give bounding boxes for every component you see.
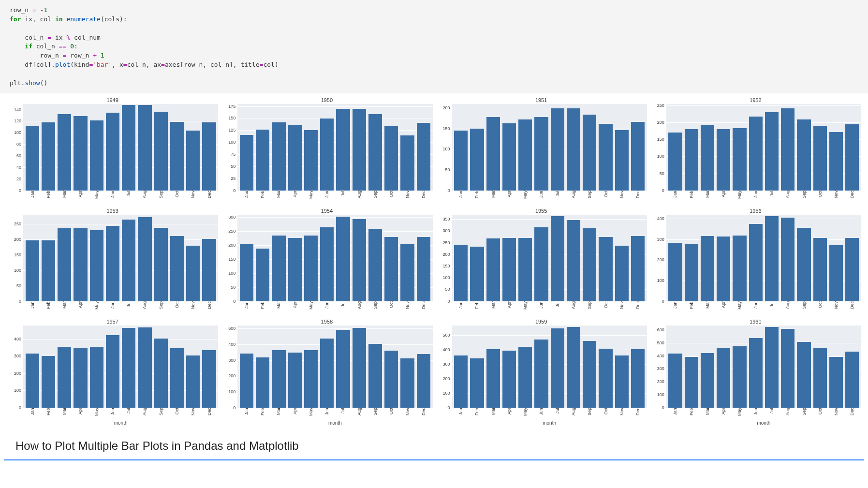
code-token: = (47, 34, 51, 41)
y-tick-label: 200 (657, 257, 664, 262)
y-axis: 0100200300400500 (436, 325, 452, 408)
plot-background (23, 325, 218, 408)
bar-Apr (288, 353, 302, 408)
bars (23, 325, 218, 408)
y-tick-label: 500 (442, 333, 450, 338)
x-tick-label: Mar (276, 301, 281, 312)
y-tick-label: 100 (442, 147, 450, 151)
x-tick-label: Dec (850, 301, 854, 312)
y-tick-label: 200 (442, 105, 450, 110)
x-tick-label: Jul (555, 301, 560, 312)
plot-box (452, 325, 647, 408)
bar-Jul (336, 109, 350, 191)
bar-Apr (288, 125, 302, 190)
x-tick-label: Jan (30, 191, 35, 201)
x-tick-label: Mar (705, 408, 710, 418)
bar-Dec (845, 352, 859, 408)
y-tick-label: 0 (662, 188, 664, 193)
x-axis: JanFebMarAprMayJunJulAugSepOctNovDec (666, 191, 861, 205)
y-tick-label: 0 (447, 299, 450, 304)
x-tick-label: Nov (619, 408, 624, 418)
x-tick-label: Aug (785, 408, 790, 418)
gridline (23, 408, 218, 408)
gridline (237, 408, 432, 408)
bar-Dec (845, 124, 859, 190)
bars (666, 325, 861, 408)
x-tick-label: Feb (260, 191, 265, 201)
bar-Dec (202, 350, 216, 408)
chart-1958: 19580100200300400500JanFebMarAprMayJunJu… (221, 318, 432, 427)
x-tick-label: Dec (207, 408, 212, 418)
y-tick-label: 100 (657, 278, 664, 283)
x-tick-label: Dec (635, 408, 640, 418)
bar-Jul (122, 105, 135, 191)
x-tick-label: Apr (721, 301, 726, 312)
x-tick-label: Feb (689, 191, 694, 201)
x-tick-label: Apr (78, 191, 83, 201)
y-tick-label: 175 (228, 104, 235, 109)
code-token (97, 52, 101, 59)
chart-title: 1955 (436, 207, 647, 215)
chart-1957: 19570100200300400JanFebMarAprMayJunJulAu… (7, 318, 218, 427)
bar-Aug (353, 109, 366, 191)
x-axis-title: month (452, 420, 647, 427)
code-token (36, 6, 40, 14)
y-tick-label: 100 (228, 140, 235, 145)
x-tick-label: Oct (603, 301, 608, 312)
y-tick-label: 500 (657, 340, 664, 345)
x-tick-label: Feb (46, 191, 51, 201)
y-tick-label: 300 (228, 358, 235, 363)
x-tick-label: Aug (142, 408, 147, 418)
x-tick-label: May (94, 408, 99, 418)
x-tick-label: Jul (555, 191, 560, 201)
x-tick-label: Jan (244, 191, 249, 201)
bar-Mar (701, 125, 714, 190)
plot-box (23, 215, 218, 301)
plot-background (452, 104, 647, 191)
x-tick-label: Jul (126, 191, 131, 201)
x-tick-label: Oct (603, 408, 608, 418)
y-tick-label: 200 (442, 376, 450, 381)
y-tick-label: 250 (228, 229, 235, 234)
x-tick-label: Aug (142, 191, 147, 201)
bar-Nov (615, 130, 629, 190)
bar-Apr (717, 348, 730, 407)
x-tick-label: Jun (324, 408, 329, 418)
x-axis-title: month (666, 420, 861, 427)
x-tick-label: Sep (802, 301, 807, 312)
x-tick-label: Jan (458, 301, 463, 312)
code-token: 1 (44, 6, 47, 14)
x-tick-label: Dec (421, 301, 426, 312)
bar-Dec (417, 237, 430, 301)
y-axis: 050100150200250 (7, 215, 23, 301)
x-tick-label: Sep (159, 191, 163, 201)
x-tick-label: May (309, 408, 313, 418)
bar-Nov (615, 246, 629, 301)
code-token: row_n (66, 52, 93, 59)
code-token: col) (263, 61, 278, 68)
chart-body: 0255075100125150175 (221, 104, 432, 191)
y-tick-label: 200 (442, 252, 450, 257)
x-tick-label: Nov (191, 408, 195, 418)
bar-Aug (353, 219, 366, 301)
chart-body: 020406080100120140 (7, 104, 218, 191)
bar-Feb (470, 247, 484, 301)
plot-background (23, 215, 218, 301)
y-axis: 020406080100120140 (7, 104, 23, 191)
x-tick-label: Sep (373, 301, 378, 312)
bar-Jun (320, 339, 334, 407)
plot-box (23, 104, 218, 191)
bar-Jan (668, 354, 682, 408)
bar-Dec (631, 122, 645, 190)
bar-Sep (583, 115, 596, 191)
plot-box (237, 215, 432, 301)
bars (237, 325, 432, 408)
y-tick-label: 0 (233, 188, 235, 193)
bar-Dec (845, 238, 859, 301)
bar-Nov (186, 131, 200, 191)
x-tick-label: Nov (619, 191, 624, 201)
code-token: col_n (32, 43, 59, 50)
bar-Oct (599, 237, 612, 301)
bar-Jun (534, 227, 548, 301)
x-tick-label: Aug (785, 191, 790, 201)
